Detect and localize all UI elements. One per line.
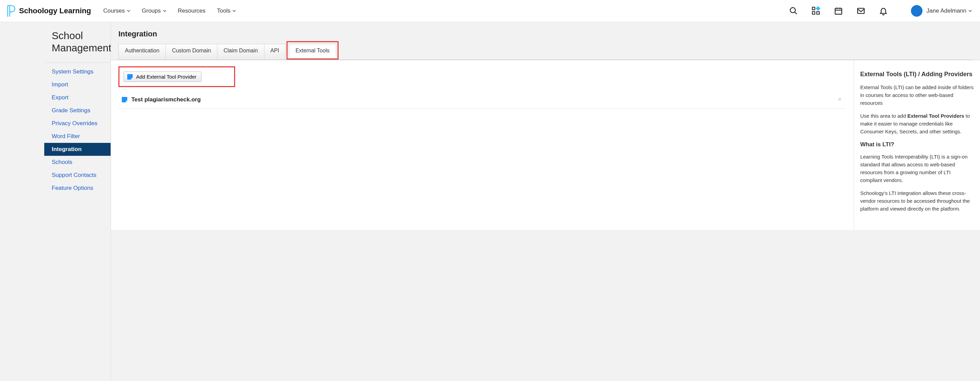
svg-rect-2	[812, 11, 815, 14]
info-p1: External Tools (LTI) can be added inside…	[860, 83, 974, 107]
sidebar-title-line2: Management	[52, 42, 111, 53]
remove-provider-icon[interactable]: ×	[835, 95, 844, 104]
sidebar-item-grade-settings[interactable]: Grade Settings	[44, 104, 111, 117]
sidebar-item-feature-options[interactable]: Feature Options	[44, 182, 111, 195]
sidebar: School Management System SettingsImportE…	[0, 22, 111, 381]
providers-list: Test plagiarismcheck.org×	[118, 92, 846, 109]
brand-logo-icon	[6, 5, 16, 17]
tab-external-tools[interactable]: External Tools	[289, 44, 336, 57]
sidebar-item-schools[interactable]: Schools	[44, 156, 111, 169]
nav-resources-label: Resources	[178, 8, 205, 14]
nav-courses[interactable]: Courses	[103, 8, 130, 14]
svg-rect-4	[816, 7, 820, 11]
sidebar-item-support-contacts[interactable]: Support Contacts	[44, 169, 111, 182]
info-p2: Use this area to add External Tool Provi…	[860, 112, 974, 136]
info-p3: Learning Tools Interoperability (LTI) is…	[860, 153, 974, 184]
provider-row[interactable]: Test plagiarismcheck.org×	[118, 92, 846, 109]
primary-nav: Courses Groups Resources Tools	[103, 8, 236, 14]
info-p4: Schoology's LTI integration allows these…	[860, 189, 974, 213]
sidebar-item-import[interactable]: Import	[44, 78, 111, 91]
content-row: Add External Tool Provider Test plagiari…	[111, 60, 980, 230]
external-tool-icon	[122, 97, 127, 102]
chevron-down-icon	[232, 9, 236, 13]
sidebar-list: System SettingsImportExportGrade Setting…	[44, 63, 111, 197]
bell-icon[interactable]	[879, 6, 888, 15]
external-tool-icon	[127, 74, 133, 79]
sidebar-item-system-settings[interactable]: System Settings	[44, 65, 111, 78]
svg-rect-3	[817, 11, 819, 14]
highlight-add-button: Add External Tool Provider	[118, 66, 235, 87]
chevron-down-icon	[163, 9, 166, 13]
main-header: Integration AuthenticationCustom DomainC…	[111, 22, 980, 60]
tabs-bar: AuthenticationCustom DomainClaim DomainA…	[118, 44, 972, 60]
tab-api[interactable]: API	[264, 44, 286, 60]
sidebar-item-word-filter[interactable]: Word Filter	[44, 130, 111, 143]
header-icon-tray: Jane Adelmann	[789, 5, 972, 17]
top-header: Schoology Learning Courses Groups Resour…	[0, 0, 980, 22]
info-panel: External Tools (LTI) / Adding Providers …	[854, 60, 980, 230]
add-external-tool-button[interactable]: Add External Tool Provider	[124, 71, 202, 82]
svg-rect-6	[858, 8, 864, 13]
page-title: Integration	[118, 30, 972, 38]
tab-custom-domain[interactable]: Custom Domain	[165, 44, 218, 60]
nav-tools[interactable]: Tools	[217, 8, 236, 14]
svg-rect-5	[835, 8, 842, 14]
nav-resources[interactable]: Resources	[178, 8, 205, 14]
chevron-down-icon	[969, 9, 972, 13]
tab-claim-domain[interactable]: Claim Domain	[217, 44, 264, 60]
highlight-external-tools-tab: External Tools	[286, 41, 338, 60]
sidebar-item-export[interactable]: Export	[44, 91, 111, 104]
content-main: Add External Tool Provider Test plagiari…	[111, 60, 854, 230]
page-body: School Management System SettingsImportE…	[0, 22, 980, 381]
sidebar-item-integration[interactable]: Integration	[44, 143, 111, 156]
info-subheading: What is LTI?	[860, 140, 974, 149]
sidebar-title-line1: School	[52, 30, 83, 41]
chevron-down-icon	[127, 9, 130, 13]
search-icon[interactable]	[789, 6, 798, 15]
user-name-label: Jane Adelmann	[927, 8, 966, 14]
calendar-icon[interactable]	[834, 6, 843, 15]
user-menu[interactable]: Jane Adelmann	[911, 5, 972, 17]
nav-groups-label: Groups	[142, 8, 161, 14]
nav-groups[interactable]: Groups	[142, 8, 166, 14]
apps-icon[interactable]	[811, 6, 821, 15]
nav-courses-label: Courses	[103, 8, 124, 14]
avatar	[911, 5, 923, 17]
sidebar-item-privacy-overrides[interactable]: Privacy Overrides	[44, 117, 111, 130]
main-area: Integration AuthenticationCustom DomainC…	[111, 22, 980, 381]
mail-icon[interactable]	[856, 6, 865, 15]
sidebar-title: School Management	[44, 22, 111, 62]
svg-rect-1	[812, 7, 815, 10]
provider-name: Test plagiarismcheck.org	[131, 96, 201, 103]
tab-authentication[interactable]: Authentication	[118, 44, 166, 60]
nav-tools-label: Tools	[217, 8, 231, 14]
add-button-label: Add External Tool Provider	[136, 74, 196, 79]
svg-point-0	[790, 8, 795, 13]
brand[interactable]: Schoology Learning	[6, 5, 91, 17]
brand-text: Schoology Learning	[19, 6, 91, 15]
info-title: External Tools (LTI) / Adding Providers	[860, 70, 974, 79]
